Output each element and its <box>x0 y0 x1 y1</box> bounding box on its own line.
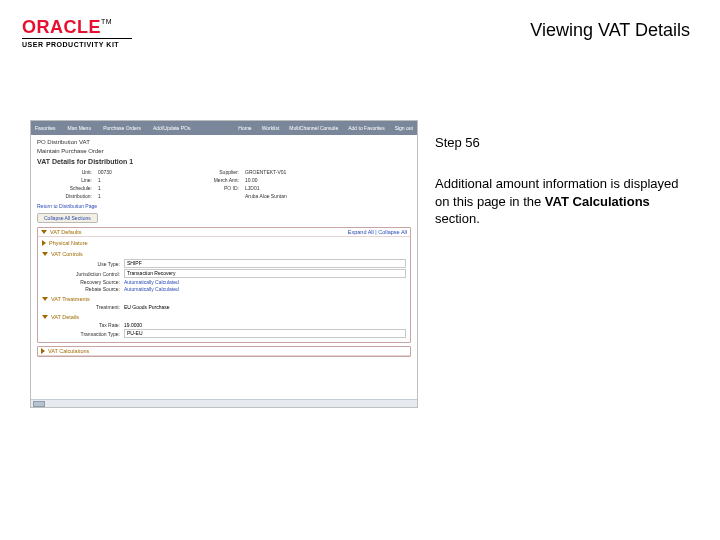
menu-add-update-pos[interactable]: Add/Update POs <box>153 125 191 131</box>
schedule-label: Schedule: <box>37 185 92 191</box>
dist-label: Distribution: <box>37 193 92 199</box>
chevron-down-icon <box>42 297 48 301</box>
horizontal-scrollbar[interactable] <box>31 399 417 407</box>
vat-calculations-header[interactable]: VAT Calculations <box>38 347 410 356</box>
expand-collapse-all-link[interactable]: Expand All | Collapse All <box>348 229 407 235</box>
vat-details-header[interactable]: VAT Details <box>42 313 406 321</box>
desc-extra-value: Aruba Aloe Suntan <box>245 193 325 199</box>
vat-controls-title: VAT Controls <box>51 251 83 257</box>
desc-extra-label <box>184 193 239 199</box>
menu-multichannel[interactable]: MultiChannel Console <box>289 125 338 131</box>
physical-nature-title: Physical Nature <box>49 240 88 246</box>
rebate-source-value[interactable]: Automatically Calculated <box>124 286 406 292</box>
desc-part-c: section. <box>435 211 480 226</box>
breadcrumb: PO Distribution VAT <box>37 139 411 145</box>
tax-rate-value: 19.0000 <box>124 322 406 328</box>
menu-home[interactable]: Home <box>238 125 251 131</box>
header-fields: Unit: 00730 Supplier: GROENTEKT-V01 Line… <box>37 169 411 199</box>
tax-rate-label: Tax Rate: <box>42 322 120 328</box>
menu-main[interactable]: Man Menu <box>68 125 92 131</box>
scrollbar-thumb[interactable] <box>33 401 45 407</box>
subbrand-text: USER PRODUCTIVITY KIT <box>22 41 142 48</box>
menu-purchase-orders[interactable]: Purchase Orders <box>103 125 141 131</box>
supplier-value: GROENTEKT-V01 <box>245 169 325 175</box>
merch-value: 10.00 <box>245 177 325 183</box>
vat-details-title: VAT Details <box>51 314 79 320</box>
unit-label: Unit: <box>37 169 92 175</box>
physical-nature-header[interactable]: Physical Nature <box>42 239 406 247</box>
vat-defaults-panel: VAT Defaults Expand All | Collapse All P… <box>37 227 411 343</box>
vat-treatments-header[interactable]: VAT Treatments <box>42 295 406 303</box>
brand-logo-block: ORACLETM USER PRODUCTIVITY KIT <box>22 18 142 48</box>
app-menubar: Favorites Man Menu Purchase Orders Add/U… <box>31 121 417 135</box>
module-label: Maintain Purchase Order <box>37 148 411 154</box>
vat-calculations-panel: VAT Calculations <box>37 346 411 357</box>
jurisdiction-value[interactable]: Transaction Recovery <box>124 269 406 278</box>
chevron-right-icon <box>42 240 46 246</box>
use-type-label: Use Type: <box>42 261 120 267</box>
supplier-label: Supplier: <box>184 169 239 175</box>
menu-sign-out[interactable]: Sign out <box>395 125 413 131</box>
menu-favorites[interactable]: Favorites <box>35 125 56 131</box>
rebate-source-label: Rebate Source: <box>42 286 120 292</box>
merch-label: Merch Amt: <box>184 177 239 183</box>
vat-controls-header[interactable]: VAT Controls <box>42 250 406 258</box>
vat-defaults-title: VAT Defaults <box>50 229 82 235</box>
line-value: 1 <box>98 177 178 183</box>
jurisdiction-label: Jurisdiction Control: <box>42 271 120 277</box>
recovery-source-value[interactable]: Automatically Calculated <box>124 279 406 285</box>
unit-value: 00730 <box>98 169 178 175</box>
menu-worklist[interactable]: Worklist <box>262 125 280 131</box>
oracle-logo-text: ORACLE <box>22 17 101 37</box>
poid-label: PO ID: <box>184 185 239 191</box>
desc-part-b: VAT Calculations <box>545 194 650 209</box>
step-label: Step 56 <box>435 135 480 150</box>
vat-defaults-body: Physical Nature VAT Controls Use Type: S… <box>38 237 410 342</box>
collapse-row: Collapse All Sections <box>37 213 411 223</box>
poid-value: LJD01 <box>245 185 325 191</box>
vat-calculations-title: VAT Calculations <box>48 348 89 354</box>
vat-defaults-header[interactable]: VAT Defaults Expand All | Collapse All <box>38 228 410 237</box>
page-title: VAT Details for Distribution 1 <box>37 158 411 165</box>
schedule-value: 1 <box>98 185 178 191</box>
treatment-value: EU Goods Purchase <box>124 304 406 310</box>
dist-value: 1 <box>98 193 178 199</box>
embedded-screenshot: Favorites Man Menu Purchase Orders Add/U… <box>30 120 418 408</box>
recovery-source-label: Recovery Source: <box>42 279 120 285</box>
logo-divider <box>22 38 132 39</box>
oracle-logo: ORACLETM <box>22 18 142 36</box>
trans-type-value[interactable]: PU-EU <box>124 329 406 338</box>
line-label: Line: <box>37 177 92 183</box>
slide-title: Viewing VAT Details <box>530 20 690 41</box>
chevron-down-icon <box>42 315 48 319</box>
use-type-value[interactable]: SHIPF <box>124 259 406 268</box>
chevron-down-icon <box>41 230 47 234</box>
chevron-down-icon <box>42 252 48 256</box>
treatment-label: Treatment: <box>42 304 120 310</box>
vat-treatments-title: VAT Treatments <box>51 296 90 302</box>
trans-type-label: Transaction Type: <box>42 331 120 337</box>
collapse-all-button[interactable]: Collapse All Sections <box>37 213 98 223</box>
menu-add-favorites[interactable]: Add to Favorites <box>348 125 384 131</box>
return-link[interactable]: Return to Distribution Page <box>37 203 411 209</box>
step-description: Additional amount information is display… <box>435 175 680 228</box>
chevron-right-icon <box>41 348 45 354</box>
trademark-symbol: TM <box>101 18 112 25</box>
